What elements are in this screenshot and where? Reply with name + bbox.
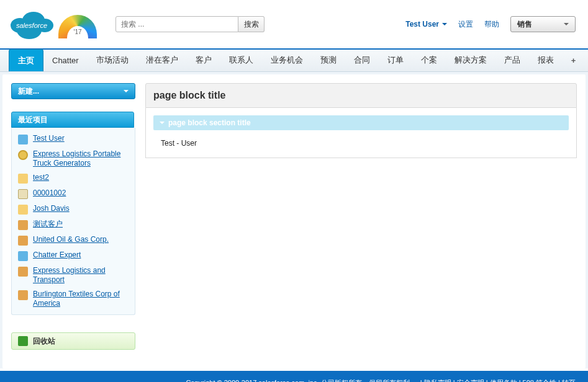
recent-item: Josh Davis: [12, 202, 135, 217]
recent-item-link[interactable]: United Oil & Gas Corp.: [33, 235, 109, 244]
acct-icon: [18, 267, 28, 277]
user-menu[interactable]: Test User: [405, 20, 447, 29]
tab-预测[interactable]: 预测: [312, 49, 345, 71]
global-search: 搜索: [115, 16, 265, 32]
tab-潜在客户[interactable]: 潜在客户: [137, 49, 187, 71]
acct-icon: [18, 290, 28, 300]
tab-报表[interactable]: 报表: [529, 49, 563, 71]
search-button[interactable]: 搜索: [238, 16, 265, 32]
recycle-bin-icon: [18, 336, 28, 346]
tab-订单[interactable]: 订单: [379, 49, 412, 71]
tab-市场活动[interactable]: 市场活动: [88, 49, 137, 71]
recent-item: Burlington Textiles Corp of America: [12, 287, 135, 311]
recent-item: test2: [12, 171, 135, 186]
footer-security-link[interactable]: 安全声明: [457, 379, 484, 382]
settings-link[interactable]: 设置: [458, 19, 473, 30]
tab-联系人[interactable]: 联系人: [220, 49, 262, 71]
footer-accessibility-link[interactable]: 508 符合性: [523, 379, 556, 382]
tab-客户[interactable]: 客户: [187, 49, 220, 71]
recycle-bin[interactable]: 回收站: [11, 332, 135, 350]
recent-item-link[interactable]: Josh Davis: [33, 204, 70, 213]
page-block-section-header[interactable]: page block section title: [153, 115, 569, 130]
sidebar: 新建... 最近项目 Test UserExpress Logistics Po…: [11, 83, 135, 350]
page-wrap: 主页Chatter市场活动潜在客户客户联系人业务机会预测合同订单个案解决方案产品…: [0, 48, 588, 368]
recent-item: Express Logistics and Transport: [12, 264, 135, 287]
tab-主页[interactable]: 主页: [9, 49, 43, 71]
page-block-body: page block section title Test - User: [145, 108, 577, 158]
tab-业务机会[interactable]: 业务机会: [262, 49, 312, 71]
recycle-bin-label: 回收站: [33, 336, 55, 347]
tab-个案[interactable]: 个案: [412, 49, 446, 71]
recent-items-header: 最近项目: [11, 112, 134, 128]
page-block-row: Test - User: [153, 136, 569, 150]
contract-icon: [18, 189, 28, 199]
recent-item-link[interactable]: Express Logistics Portable Truck Generat…: [33, 149, 129, 168]
acct-icon: [18, 236, 28, 246]
body-area: 新建... 最近项目 Test UserExpress Logistics Po…: [2, 74, 586, 368]
recent-item: 00001002: [12, 186, 135, 202]
global-header: salesforce 搜索 Test User 设置 帮助 销售: [0, 0, 588, 48]
logo-area: salesforce: [7, 7, 97, 42]
recent-item-link[interactable]: Burlington Textiles Corp of America: [33, 290, 129, 308]
salesforce-logo-icon: salesforce: [7, 7, 56, 42]
recent-item: United Oil & Gas Corp.: [12, 233, 135, 248]
recent-item: 测试客户: [12, 217, 135, 233]
svg-text:salesforce: salesforce: [16, 22, 47, 29]
tab-bar: 主页Chatter市场活动潜在客户客户联系人业务机会预测合同订单个案解决方案产品…: [0, 50, 588, 72]
recent-item-link[interactable]: 00001002: [33, 189, 66, 198]
tab-合同[interactable]: 合同: [345, 49, 379, 71]
opp-icon: [18, 150, 28, 160]
recent-items-list: Test UserExpress Logistics Portable Truc…: [11, 128, 135, 315]
recent-item-link[interactable]: Chatter Expert: [33, 251, 81, 260]
page-block-title: page block title: [145, 83, 577, 108]
footer-privacy-link[interactable]: 隐私声明: [424, 379, 451, 382]
new-button[interactable]: 新建...: [11, 83, 135, 99]
recent-item-link[interactable]: 测试客户: [33, 220, 63, 229]
recent-item-link[interactable]: Test User: [33, 134, 65, 143]
recent-item-link[interactable]: Express Logistics and Transport: [33, 266, 129, 285]
rainbow-logo-icon: [58, 15, 97, 38]
tab-解决方案[interactable]: 解决方案: [446, 49, 495, 71]
recent-item-link[interactable]: test2: [33, 173, 49, 182]
footer-terms-link[interactable]: 使用条款: [490, 379, 517, 382]
user-icon: [18, 251, 28, 261]
user-icon: [18, 135, 28, 144]
header-right: Test User 设置 帮助 销售: [405, 16, 576, 32]
footer-copyright: Copyright © 2000-2017 salesforce.com, in…: [186, 379, 416, 382]
recent-item: Test User: [12, 131, 135, 147]
recent-item: Chatter Expert: [12, 248, 135, 264]
recent-item: Express Logistics Portable Truck Generat…: [12, 147, 135, 171]
tab-add[interactable]: +: [563, 49, 585, 71]
footer: Copyright © 2000-2017 salesforce.com, in…: [0, 371, 588, 382]
main-content: page block title page block section titl…: [145, 83, 577, 350]
footer-switch-prefix: 转至: [562, 379, 576, 382]
help-link[interactable]: 帮助: [484, 19, 499, 30]
tab-more[interactable]: ▾: [584, 49, 588, 71]
lead-icon: [18, 205, 28, 215]
search-input[interactable]: [115, 16, 238, 32]
lead-icon: [18, 174, 28, 184]
acct-icon: [18, 220, 28, 230]
tab-Chatter[interactable]: Chatter: [43, 49, 88, 71]
tab-产品[interactable]: 产品: [495, 49, 529, 71]
app-switcher[interactable]: 销售: [510, 16, 576, 32]
